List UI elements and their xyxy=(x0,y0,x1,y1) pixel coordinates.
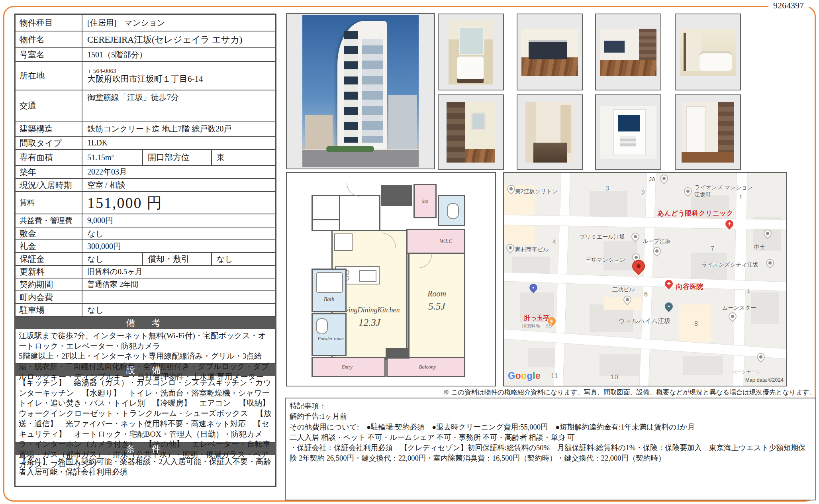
fp-balcony-label: Balcony xyxy=(419,364,436,370)
fp-fridge-space xyxy=(334,233,353,251)
location-map: ↑ ↓ Ψ ✚ ✚ 第2江坂ソリトン 3 JA 2 ライオンズ マンション江坂町… xyxy=(503,172,787,386)
parking-value: なし xyxy=(82,304,275,316)
conditions-body: 【条件】 外国人契約可能・楽器相談・2人入居可能・保証人不要・高齢者入居可能・保… xyxy=(14,455,276,487)
intercom-buttons xyxy=(620,136,636,147)
map-block xyxy=(590,191,627,219)
row-room-no: 号室名 1501（5階部分） xyxy=(16,47,275,61)
map-label: 11 xyxy=(551,372,558,380)
map-block xyxy=(683,356,723,375)
vanity-basin xyxy=(457,57,484,79)
street-planting xyxy=(326,146,374,152)
key-money-label: 礼金 xyxy=(16,240,82,252)
amortization-label: 償却・敷引 xyxy=(143,253,212,265)
row-parking: 駐車場 なし xyxy=(16,303,275,316)
row-key-money: 礼金 300,000円 xyxy=(16,239,275,252)
street-address: 大阪府吹田市江坂町１丁目6-14 xyxy=(87,74,203,84)
map-attribution: Map data ©2024 xyxy=(745,377,784,383)
row-transport: 交通 御堂筋線「江坂」徒歩7分 xyxy=(16,90,275,121)
photo-washbasin xyxy=(449,20,493,84)
map-pin-icon xyxy=(658,173,670,184)
map-pin-place-icon xyxy=(663,301,674,312)
remarks-header: 備 考 xyxy=(14,317,276,329)
fp-walk-in-closet: W.I.C xyxy=(406,229,465,254)
address-value: 〒564-0063 大阪府吹田市江坂町１丁目6-14 xyxy=(82,62,275,90)
document-number: 9264397 xyxy=(768,0,809,11)
toilet-icon xyxy=(447,203,459,219)
rent-label: 賃料 xyxy=(16,192,82,214)
fp-pipe-space xyxy=(312,219,340,231)
photo-control-panel xyxy=(600,106,656,159)
row-property-name: 物件名 CEREJEIRA江坂(セレジェイラ エサカ) xyxy=(16,31,275,47)
neighbor-building-left xyxy=(305,115,333,151)
term-value: 普通借家 2年間 xyxy=(82,278,275,290)
one-way-arrow-icon: ↓ xyxy=(746,288,751,295)
area-label: 専有面積 xyxy=(16,150,82,165)
room-no-label: 号室名 xyxy=(16,48,82,61)
map-label: ムーンスター xyxy=(722,304,756,312)
guarantee-label: 保証金 xyxy=(16,253,82,265)
map-label: 中土 xyxy=(754,244,765,251)
transport-value: 御堂筋線「江坂」徒歩7分 xyxy=(82,90,275,121)
special-notes-line: 二人入居 相談・ペット 不可・ルームシェア 不可・事務所 不可・高齢者 相談・単… xyxy=(290,432,811,443)
fp-bath: Bath xyxy=(312,269,347,312)
built-value: 2022年03月 xyxy=(82,166,275,178)
fp-hall xyxy=(339,195,380,231)
closet-floor xyxy=(682,152,734,163)
deposit-value: なし xyxy=(82,227,275,239)
map-label: 7 xyxy=(711,245,714,253)
photo-box-intercom xyxy=(595,94,661,170)
living-floor xyxy=(600,60,656,76)
address-label: 所在地 xyxy=(16,62,82,90)
map-label: 韓国料理・SS xyxy=(521,323,552,329)
row-chonai: 町内会費 xyxy=(16,290,275,303)
toilet-icon xyxy=(316,318,328,334)
closet-door xyxy=(686,106,705,155)
map-label: あんどう眼科クリニック xyxy=(657,209,733,218)
map-label: 6 xyxy=(644,291,648,298)
map-label: ウィルハイム江坂 xyxy=(619,317,670,326)
floorplan: Sto W.I.C LivingDiningKitchen 12.3J Room… xyxy=(286,172,496,386)
special-notes-line: ・保証会社：保証会社利用必須 【クレディセゾン】初回保証料:総賃料の50% 月額… xyxy=(290,443,811,464)
row-address: 所在地 〒564-0063 大阪府吹田市江坂町１丁目6-14 xyxy=(16,61,275,90)
hall-accent-wall xyxy=(447,102,465,163)
kitchen-counter xyxy=(529,40,567,59)
fp-ldk-size: 12.3J xyxy=(359,317,380,328)
special-notes-box: 特記事項： 解約予告:1ヶ月前 その他費用について: ●駐輪場:契約必須 ●退去… xyxy=(285,398,816,500)
layout-label: 間取タイプ xyxy=(16,137,82,149)
photo-kitchen xyxy=(521,29,578,76)
fp-ldk-label: LivingDiningKitchen xyxy=(339,306,400,314)
neighbor-building-right xyxy=(388,95,417,151)
row-property-type: 物件種目 [住居用] マンション xyxy=(16,15,275,31)
row-rent: 賃料 151,000 円 xyxy=(16,191,275,214)
renewal-label: 更新料 xyxy=(16,266,82,278)
photo-building-exterior xyxy=(302,15,419,167)
deposit-label: 敷金 xyxy=(16,227,82,239)
map-label: プリミエール江坂 xyxy=(580,233,625,241)
fp-bath-label: Bath xyxy=(324,296,334,303)
area-value: 51.15m² xyxy=(82,150,143,165)
bathtub xyxy=(699,51,732,71)
property-detail-panel: 物件種目 [住居用] マンション 物件名 CEREJEIRA江坂(セレジェイラ … xyxy=(14,14,276,487)
chonai-value xyxy=(82,291,275,303)
map-label: 8 xyxy=(694,320,698,328)
photo-box-living xyxy=(595,14,661,90)
photo-living-room xyxy=(600,29,656,76)
row-deposit: 敷金 なし xyxy=(16,227,275,239)
row-area: 専有面積 51.15m² 開口部方位 東 xyxy=(16,149,275,165)
fp-room-size: 5.5J xyxy=(428,301,445,312)
fp-storage-label: Sto xyxy=(422,198,428,204)
facing-value: 東 xyxy=(212,150,275,165)
photo-box-closet xyxy=(675,94,741,170)
fp-room-label: Room xyxy=(427,289,446,298)
kitchen-floor xyxy=(521,57,578,76)
property-name-value: CEREJEIRA江坂(セレジェイラ エサカ) xyxy=(82,31,275,47)
property-type-value: [住居用] マンション xyxy=(82,15,275,31)
property-table: 物件種目 [住居用] マンション 物件名 CEREJEIRA江坂(セレジェイラ … xyxy=(14,14,276,317)
map-label: 4 xyxy=(553,239,556,246)
row-guarantee: 保証金 なし 償却・敷引 なし xyxy=(16,252,275,265)
bathtub-icon xyxy=(316,272,343,293)
row-built: 築年 2022年03月 xyxy=(16,165,275,178)
hall-floor xyxy=(465,149,495,163)
remarks-body: 江坂駅まで徒歩7分、インターネット無料(Wi-Fi付)・宅配ボックス・オートロッ… xyxy=(14,329,276,364)
photo-box-bath xyxy=(675,14,741,90)
